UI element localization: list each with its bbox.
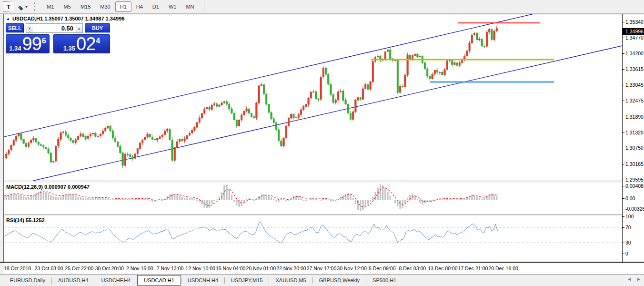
indicator-tool-button[interactable]: ◆◆ ▼ — [18, 3, 28, 11]
sell-price-main: 99 — [22, 36, 41, 52]
tab-usdchf-h4[interactable]: USDCHF,H4 — [95, 276, 137, 285]
tab-sp500-h1[interactable]: SP500,H1 — [366, 276, 402, 285]
tab-scroll-arrows: ◄ ► — [627, 276, 641, 282]
text-label-tool-icon[interactable]: T — [3, 1, 14, 12]
timeframe-button-d1[interactable]: D1 — [148, 1, 164, 12]
sell-price-pip: 6 — [42, 38, 46, 44]
toolbar: T ◆◆ ▼ M1M5M15M30H1H4D1W1MN — [0, 0, 644, 14]
tab-scroll-right-icon[interactable]: ► — [636, 276, 641, 282]
timeframe-button-m1[interactable]: M1 — [42, 1, 59, 12]
buy-price-pip: 4 — [96, 38, 100, 44]
chevron-down-icon: ▼ — [24, 5, 28, 9]
tab-gbpusd-weekly[interactable]: GBPUSD,Weekly — [313, 276, 366, 285]
timeframe-button-m5[interactable]: M5 — [59, 1, 76, 12]
timeframe-button-mn[interactable]: MN — [181, 1, 199, 12]
tab-audusd-h4[interactable]: AUDUSD,H4 — [52, 276, 95, 285]
tab-scroll-left-icon[interactable]: ◄ — [627, 276, 632, 282]
timeframe-button-m30[interactable]: M30 — [95, 1, 115, 12]
current-price-badge: 1.34996 — [623, 28, 644, 35]
timeframe-button-w1[interactable]: W1 — [164, 1, 181, 12]
tab-eurusd-daily[interactable]: EURUSD,Daily — [4, 276, 51, 285]
macd-label: MACD(12,26,9) 0.000907 0.000947 — [6, 184, 90, 190]
tab-xauusd-m5[interactable]: XAUUSD,M5 — [269, 276, 312, 285]
rsi-plot — [4, 222, 622, 243]
rsi-line — [4, 222, 498, 243]
buy-price-button[interactable]: 1.35 02 4 — [53, 34, 110, 53]
toolbar-separator — [204, 1, 204, 12]
chart-tab-bar: EURUSD,DailyAUDUSD,H4USDCHF,H4USDCAD,H1U… — [0, 275, 644, 286]
buy-price-prefix: 1.35 — [63, 45, 75, 52]
tabs: EURUSD,DailyAUDUSD,H4USDCHF,H4USDCAD,H1U… — [4, 275, 402, 286]
indicator-icon-2: ◆ — [20, 6, 23, 11]
one-click-trading-panel: SELL ▼ ▲ BUY 1.34 99 6 1.35 02 4 — [6, 23, 110, 53]
sell-button[interactable]: SELL — [6, 23, 24, 33]
volume-stepper: ▼ ▲ — [26, 23, 83, 33]
mt4-window: { "toolbar": { "text_tool": "T", "timefr… — [0, 0, 644, 286]
sell-price-button[interactable]: 1.34 99 6 — [6, 34, 50, 53]
tab-usdcnh-h4[interactable]: USDCNH,H4 — [181, 276, 224, 285]
tab-usdjpy-m15[interactable]: USDJPY,M15 — [225, 276, 269, 285]
timeframe-buttons: M1M5M15M30H1H4D1W1MN — [42, 1, 199, 12]
volume-increase-button[interactable]: ▲ — [76, 24, 82, 32]
buy-button[interactable]: BUY — [85, 23, 110, 33]
sell-price-prefix: 1.34 — [9, 45, 21, 52]
volume-decrease-button[interactable]: ▼ — [26, 24, 33, 32]
chart-title-text: USDCAD,H1 1.35007 1.35007 1.34987 1.3499… — [12, 16, 124, 21]
buy-price-main: 02 — [76, 36, 95, 52]
collapse-objects-icon[interactable]: ▲ — [6, 17, 10, 21]
chart-title: ▲ USDCAD,H1 1.35007 1.35007 1.34987 1.34… — [6, 16, 124, 21]
timeframe-button-h1[interactable]: H1 — [115, 1, 131, 12]
rsi-label: RSI(14) 55.1252 — [6, 217, 45, 223]
tab-usdcad-h1[interactable]: USDCAD,H1 — [137, 275, 181, 286]
volume-input[interactable] — [33, 24, 76, 32]
timeframe-button-m15[interactable]: M15 — [76, 1, 95, 12]
toolbar-grip — [34, 2, 38, 11]
timeframe-button-h4[interactable]: H4 — [131, 1, 148, 12]
